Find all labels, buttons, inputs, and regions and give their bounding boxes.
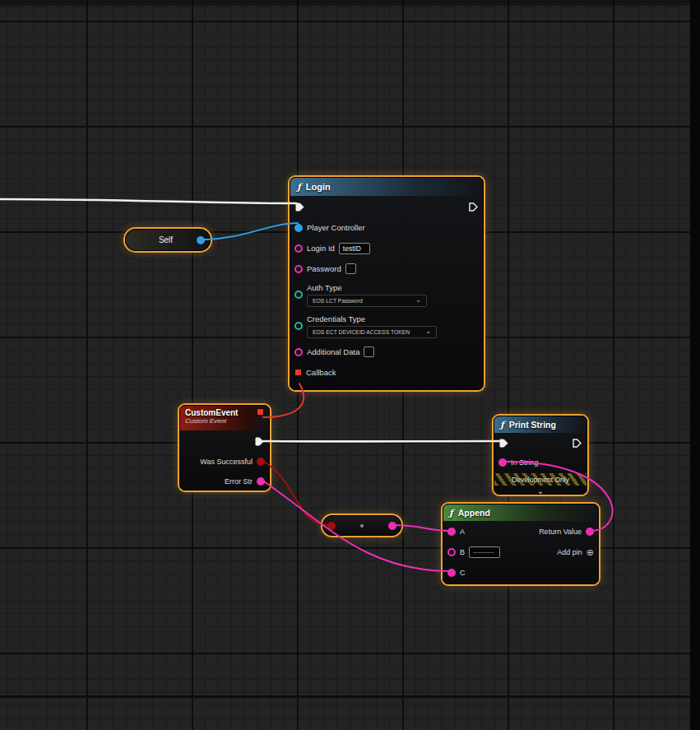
credentials-type-row: Credentials Type EOS ECT DEVICEID ACCESS…: [290, 310, 483, 342]
password-row: Password: [290, 258, 483, 279]
event-delegate-pin[interactable]: [257, 408, 264, 416]
was-successful-pin[interactable]: [257, 458, 265, 466]
custom-event-subtitle: Custom Event: [185, 417, 238, 425]
player-controller-label: Player Controller: [307, 223, 365, 232]
expand-advanced-button[interactable]: ⌄: [494, 486, 586, 496]
wire-self-to-player-controller[interactable]: [202, 223, 298, 239]
login-id-label: Login Id: [307, 244, 335, 253]
password-pin[interactable]: [294, 265, 303, 273]
print-string-title: Print String: [509, 420, 556, 430]
blueprint-canvas[interactable]: ƒ Login Player Controller Login Id testI…: [0, 0, 700, 730]
error-str-row: Error Str: [180, 472, 269, 491]
additional-data-pin[interactable]: [294, 348, 303, 356]
append-b-input[interactable]: ---------: [469, 546, 500, 558]
append-a-pin[interactable]: [447, 528, 456, 536]
append-c-label: C: [460, 569, 466, 577]
callback-label: Callback: [306, 368, 336, 377]
chevron-down-icon: ⌄: [537, 486, 544, 495]
append-a-label: A: [460, 528, 465, 536]
return-value-label: Return Value: [539, 528, 582, 536]
callback-delegate-pin[interactable]: [294, 369, 302, 376]
chevron-down-icon: ⌄: [415, 298, 421, 303]
node-print-string[interactable]: ƒ Print String In String Development Onl…: [494, 416, 587, 495]
exec-out-pin[interactable]: [254, 436, 265, 447]
exec-in-pin[interactable]: [294, 202, 305, 212]
node-login[interactable]: ƒ Login Player Controller Login Id testI…: [290, 177, 484, 390]
login-exec-row: [290, 196, 483, 217]
in-string-pin[interactable]: [498, 458, 507, 467]
chevron-down-icon: ⌄: [425, 329, 431, 334]
node-login-header[interactable]: ƒ Login: [290, 178, 483, 196]
function-icon: ƒ: [297, 182, 301, 193]
wire-wassuccessful-to-conversion[interactable]: [264, 462, 329, 525]
append-b-pin[interactable]: [447, 548, 456, 556]
custom-event-title: CustomEvent: [185, 408, 238, 417]
append-b-label: B: [460, 548, 465, 556]
additional-data-input[interactable]: [364, 346, 374, 357]
auth-type-dropdown[interactable]: EOS LCT Password ⌄: [307, 295, 427, 307]
development-only-banner: Development Only: [494, 473, 586, 486]
was-successful-label: Was Successful: [200, 458, 253, 466]
error-str-label: Error Str: [225, 477, 253, 486]
in-string-label: In String: [511, 458, 539, 467]
auth-type-label: Auth Type: [307, 283, 427, 292]
node-append[interactable]: ƒ Append A Return Value B --------- Add …: [443, 504, 599, 584]
node-self[interactable]: Self: [125, 229, 211, 251]
node-print-string-header[interactable]: ƒ Print String: [494, 416, 586, 433]
conversion-input-pin[interactable]: [327, 522, 336, 530]
self-output-pin[interactable]: [197, 236, 205, 244]
credentials-type-label: Credentials Type: [307, 314, 437, 323]
additional-data-label: Additional Data: [307, 347, 359, 356]
additional-data-row: Additional Data: [290, 342, 483, 362]
conversion-output-pin[interactable]: [388, 522, 396, 530]
auth-type-pin[interactable]: [294, 291, 303, 299]
exec-out-pin[interactable]: [572, 438, 582, 449]
player-controller-pin[interactable]: [294, 224, 303, 232]
custom-event-exec-row: [180, 430, 269, 452]
print-string-exec-row: [494, 433, 586, 453]
login-id-row: Login Id testID: [290, 238, 483, 258]
callback-row: Callback: [290, 362, 483, 383]
append-title: Append: [458, 508, 490, 518]
login-id-pin[interactable]: [294, 244, 303, 253]
node-custom-event-header[interactable]: CustomEvent Custom Event: [180, 406, 269, 430]
in-string-row: In String: [494, 453, 586, 472]
append-row-a: A Return Value: [443, 521, 598, 542]
exec-in-pin[interactable]: [498, 438, 509, 449]
self-label: Self: [131, 235, 191, 244]
function-icon: ƒ: [500, 420, 504, 430]
panel-edge-bottom: [0, 695, 700, 698]
append-row-b: B --------- Add pin ⊕: [443, 542, 598, 562]
password-input[interactable]: [345, 263, 356, 274]
player-controller-row: Player Controller: [290, 217, 483, 238]
append-c-pin[interactable]: [447, 569, 456, 577]
login-id-input[interactable]: testID: [339, 243, 370, 254]
credentials-type-value: EOS ECT DEVICEID ACCESS TOKEN: [313, 329, 410, 335]
credentials-type-pin[interactable]: [294, 322, 303, 330]
add-pin-icon[interactable]: ⊕: [586, 548, 594, 556]
password-label: Password: [307, 264, 341, 273]
panel-edge-top: [0, 0, 700, 6]
auth-type-row: Auth Type EOS LCT Password ⌄: [290, 279, 483, 310]
node-custom-event[interactable]: CustomEvent Custom Event Was Successful …: [179, 405, 270, 491]
credentials-type-dropdown[interactable]: EOS ECT DEVICEID ACCESS TOKEN ⌄: [307, 326, 437, 338]
panel-edge-right: [690, 0, 700, 730]
exec-out-pin[interactable]: [468, 202, 479, 212]
append-row-c: C: [443, 562, 598, 583]
return-value-pin[interactable]: [586, 528, 594, 536]
wire-exec-main-in[interactable]: [0, 199, 296, 203]
reroute-dot: [360, 524, 364, 528]
node-conversion-to-string[interactable]: [322, 515, 401, 536]
function-icon: ƒ: [449, 508, 453, 518]
error-str-pin[interactable]: [257, 477, 265, 486]
node-append-header[interactable]: ƒ Append: [443, 504, 598, 521]
auth-type-value: EOS LCT Password: [313, 298, 363, 304]
was-successful-row: Was Successful: [180, 452, 269, 472]
node-login-title: Login: [306, 182, 331, 192]
add-pin-label: Add pin: [557, 548, 582, 556]
